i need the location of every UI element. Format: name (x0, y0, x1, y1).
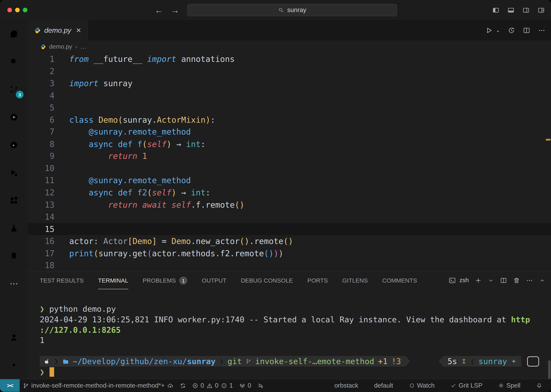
code-line[interactable]: 16actor: Actor[Demo] = Demo.new_actor().… (28, 235, 551, 247)
panel-more-actions-icon[interactable] (526, 277, 533, 284)
history-navigation: ← → (155, 5, 179, 15)
line-number: 14 (28, 211, 69, 223)
split-terminal-icon[interactable] (500, 277, 507, 284)
more-views-icon[interactable] (0, 270, 28, 298)
ports-status[interactable]: 0 (236, 379, 254, 392)
zoom-window-button[interactable] (23, 8, 28, 13)
terminal-line: ❯ python demo.py (40, 304, 551, 315)
powerline-arrow (438, 356, 443, 367)
line-number: 1 (28, 53, 69, 65)
toggle-secondary-sidebar-icon[interactable] (523, 7, 530, 14)
problems-status[interactable]: 0 0 1 (189, 379, 236, 392)
terminal-scrollbar[interactable] (548, 361, 551, 379)
editor[interactable]: 1from __future__ import annotations23imp… (28, 53, 551, 271)
extensions-icon[interactable] (0, 187, 28, 214)
debug-circle-icon[interactable] (0, 131, 28, 159)
spell-status[interactable]: Spell (495, 379, 524, 392)
code-text (69, 223, 551, 235)
code-text (69, 90, 551, 102)
toggle-sidebar-icon[interactable] (492, 7, 499, 14)
profile-status[interactable]: default (371, 379, 396, 392)
code-line[interactable]: 13 return await self.f.remote() (28, 199, 551, 211)
shell-name[interactable]: zsh (460, 277, 469, 284)
code-line[interactable]: 9 return 1 (28, 150, 551, 162)
prompt-python-env: sunray (479, 357, 507, 366)
branch-status[interactable]: invoke-self-remote-method-in-remote-meth… (20, 379, 177, 392)
code-line[interactable]: 12 async def f2(self) → int: (28, 187, 551, 199)
code-line[interactable]: 14 (28, 211, 551, 223)
panel-tab-ports[interactable]: PORTS (307, 272, 328, 289)
grit-lsp-status[interactable]: Grit LSP (447, 379, 486, 392)
account-icon[interactable] (0, 323, 28, 351)
run-circle-icon[interactable] (0, 103, 28, 131)
info-count: 1 (229, 382, 233, 389)
code-line[interactable]: 11 @sunray.remote_method (28, 175, 551, 187)
split-editor-icon[interactable] (523, 27, 530, 34)
overview-ruler-mark (546, 139, 551, 140)
code-line[interactable]: 10 (28, 162, 551, 174)
watch-status[interactable]: Watch (406, 379, 438, 392)
run-python-file-icon[interactable] (486, 27, 493, 34)
source-control-icon[interactable]: 3 (0, 76, 28, 103)
minimize-window-button[interactable] (15, 8, 20, 13)
new-terminal-icon[interactable] (475, 277, 482, 284)
panel-tab-output[interactable]: OUTPUT (202, 272, 226, 289)
remote-indicator[interactable]: >< (0, 379, 20, 392)
settings-gear-icon[interactable] (0, 351, 28, 379)
search-sidebar-icon[interactable] (0, 48, 28, 76)
code-line[interactable]: 8 async def f(self) → int: (28, 138, 551, 150)
panel-tab-gitlens[interactable]: GITLENS (342, 272, 368, 289)
customize-layout-icon[interactable] (538, 7, 545, 14)
code-line[interactable]: 3import sunray (28, 77, 551, 89)
testing-icon[interactable] (0, 215, 28, 242)
panel-tab-label: GITLENS (342, 277, 368, 284)
panel: TEST RESULTSTERMINALPROBLEMS1OUTPUTDEBUG… (28, 272, 551, 379)
panel-tab-comments[interactable]: COMMENTS (382, 272, 417, 289)
debug-status[interactable] (254, 379, 267, 392)
close-window-button[interactable] (7, 8, 12, 13)
notifications-status[interactable] (533, 379, 545, 392)
hourglass-icon (461, 359, 467, 364)
explorer-icon[interactable] (0, 20, 28, 48)
terminal[interactable]: ❯ python demo.py2024-04-29 13:06:25,821 … (28, 289, 551, 379)
ports-count: 0 (248, 382, 251, 389)
code-line[interactable]: 7 @sunray.remote_method (28, 126, 551, 138)
code-line[interactable]: 2 (28, 65, 551, 77)
orbstack-status[interactable]: orbstack (331, 379, 362, 392)
breadcrumb-file[interactable]: demo.py (49, 43, 72, 50)
code-line[interactable]: 1from __future__ import annotations (28, 53, 551, 65)
terminal-profile-chevron-icon[interactable] (488, 277, 494, 284)
back-button[interactable]: ← (155, 5, 163, 15)
breadcrumb[interactable]: demo.py › … (28, 40, 551, 53)
timeline-history-icon[interactable] (508, 27, 515, 34)
code-line[interactable]: 6class Demo(sunray.ActorMixin): (28, 114, 551, 126)
code-line[interactable]: 5 (28, 102, 551, 114)
editor-more-actions-icon[interactable] (538, 27, 545, 34)
run-and-debug-icon[interactable] (0, 159, 28, 187)
command-center-search[interactable]: sunray (187, 4, 397, 16)
code-line[interactable]: 18 (28, 259, 551, 272)
panel-tab-problems[interactable]: PROBLEMS1 (143, 272, 187, 289)
code-line[interactable]: 17print(sunray.get(actor.methods.f2.remo… (28, 247, 551, 259)
code-line[interactable]: 4 (28, 90, 551, 102)
spell-icon (498, 383, 504, 388)
toggle-panel-icon[interactable] (507, 7, 515, 14)
close-tab-icon[interactable]: × (75, 26, 83, 35)
panel-tab-debug-console[interactable]: DEBUG CONSOLE (241, 272, 293, 289)
code-text (69, 211, 551, 223)
prompt-left-segment: ❯ ~/Develop/github/zen-xu/sunray ❯ git i… (40, 356, 406, 367)
bookmarks-icon[interactable] (0, 242, 28, 270)
terminal-input-line[interactable]: ❯ (40, 367, 551, 377)
tab-demo-py[interactable]: demo.py × (28, 20, 88, 41)
radio-tower-icon (239, 383, 245, 389)
sync-status[interactable] (177, 379, 189, 392)
forward-button[interactable]: → (171, 5, 179, 15)
code-line[interactable]: 15 (28, 223, 551, 235)
kill-terminal-icon[interactable] (513, 277, 520, 284)
maximize-panel-chevron-icon[interactable] (539, 277, 546, 284)
line-number: 3 (28, 77, 69, 89)
breadcrumb-symbol[interactable]: … (81, 43, 87, 50)
run-dropdown-chevron-icon[interactable]: ⌄ (496, 28, 500, 33)
panel-tab-terminal[interactable]: TERMINAL (98, 272, 128, 289)
panel-tab-test-results[interactable]: TEST RESULTS (40, 272, 84, 289)
